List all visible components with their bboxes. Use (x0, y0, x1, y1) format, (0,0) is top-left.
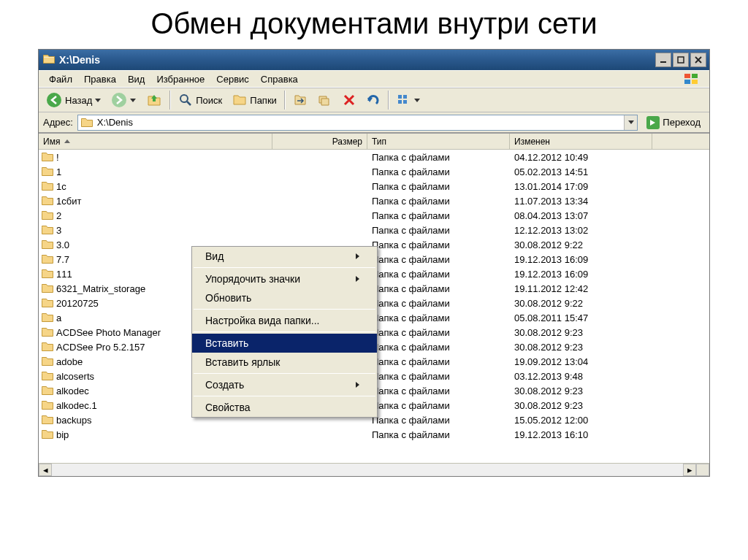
svg-rect-9 (398, 95, 402, 99)
back-button[interactable]: Назад (42, 90, 105, 110)
address-field[interactable] (77, 115, 638, 131)
file-name-label: alkodec (56, 386, 89, 396)
table-row[interactable]: 3Папка с файлами12.12.2013 13:02 (39, 223, 709, 237)
file-name-label: 1сбит (56, 196, 81, 207)
svg-rect-0 (660, 61, 666, 63)
file-date-cell: 30.08.2012 9:23 (510, 386, 652, 396)
file-type-cell: Папка с файлами (367, 196, 510, 207)
table-row[interactable]: 2Папка с файлами08.04.2013 13:07 (39, 208, 709, 223)
file-name-label: 111 (56, 269, 72, 280)
undo-button[interactable] (362, 90, 385, 110)
ctx-properties[interactable]: Свойства (192, 398, 377, 417)
views-button[interactable] (392, 90, 424, 110)
table-row[interactable]: bipПапка с файлами19.12.2013 16:10 (39, 427, 709, 442)
file-date-cell: 30.08.2012 9:22 (510, 298, 652, 309)
copy-to-icon (318, 93, 332, 107)
column-modified[interactable]: Изменен (510, 134, 652, 149)
maximize-button[interactable] (673, 53, 689, 67)
views-icon (397, 93, 411, 107)
back-icon (46, 92, 62, 108)
ctx-paste-shortcut[interactable]: Вставить ярлык (192, 353, 377, 372)
file-name-label: alcoserts (56, 371, 94, 382)
file-type-cell: Папка с файлами (367, 298, 510, 309)
back-label: Назад (65, 95, 92, 106)
file-name-label: 1c (56, 181, 66, 192)
file-date-cell: 08.04.2013 13:07 (510, 210, 652, 221)
menu-tools[interactable]: Сервис (210, 72, 255, 86)
file-type-cell: Папка с файлами (367, 415, 510, 426)
windows-flag-icon (679, 72, 705, 86)
column-type[interactable]: Тип (367, 134, 510, 149)
up-folder-icon (146, 92, 162, 108)
address-input[interactable] (96, 116, 622, 129)
scroll-left-button[interactable]: ◂ (39, 464, 52, 476)
folder-icon (81, 118, 93, 128)
file-type-cell: Папка с файлами (367, 210, 510, 221)
chevron-down-icon (414, 99, 420, 102)
file-name-label: ACDSee Pro 5.2.157 (56, 342, 145, 353)
scroll-right-button[interactable]: ▸ (683, 464, 696, 476)
svg-rect-5 (692, 80, 698, 84)
window-title: X:\Denis (59, 54, 655, 66)
file-date-cell: 19.12.2013 16:09 (510, 254, 652, 265)
svg-point-6 (47, 93, 61, 107)
menu-file[interactable]: Файл (43, 72, 78, 86)
file-date-cell: 05.02.2013 14:51 (510, 166, 652, 177)
column-size[interactable]: Размер (272, 134, 367, 149)
search-icon (178, 93, 193, 107)
table-row[interactable]: 1cПапка с файлами13.01.2014 17:09 (39, 179, 709, 193)
svg-rect-12 (403, 100, 407, 104)
svg-rect-1 (678, 57, 684, 63)
file-name-label: 6321_Matrix_storage (56, 283, 145, 294)
menu-help[interactable]: Справка (255, 72, 304, 86)
file-type-cell: Папка с файлами (367, 225, 510, 236)
file-name-label: 1 (56, 166, 61, 177)
copy-to-button[interactable] (313, 90, 337, 110)
svg-rect-3 (692, 74, 698, 78)
forward-icon (111, 92, 127, 108)
file-type-cell: Папка с файлами (367, 239, 510, 250)
ctx-customize-folder[interactable]: Настройка вида папки... (192, 311, 377, 330)
column-name[interactable]: Имя (39, 134, 272, 149)
go-button[interactable]: Переход (642, 114, 705, 131)
ctx-arrange-icons[interactable]: Упорядочить значки (192, 269, 377, 288)
delete-button[interactable] (338, 90, 360, 110)
ctx-paste[interactable]: Вставить (192, 334, 377, 353)
column-headers: Имя Размер Тип Изменен (39, 134, 709, 150)
menu-view[interactable]: Вид (122, 72, 151, 86)
file-date-cell: 30.08.2012 9:23 (510, 342, 652, 353)
menu-favorites[interactable]: Избранное (150, 72, 210, 86)
submenu-arrow-icon (356, 276, 359, 282)
table-row[interactable]: 1сбитПапка с файлами11.07.2013 13:34 (39, 193, 709, 208)
search-button[interactable]: Поиск (174, 90, 226, 110)
file-date-cell: 13.01.2014 17:09 (510, 181, 652, 192)
file-date-cell: 15.05.2012 12:00 (510, 415, 652, 426)
file-date-cell: 30.08.2012 9:23 (510, 327, 652, 338)
horizontal-scrollbar[interactable]: ◂ ▸ (39, 463, 709, 476)
titlebar: X:\Denis (39, 50, 709, 70)
file-name-label: ! (56, 152, 59, 163)
up-button[interactable] (142, 90, 167, 110)
address-dropdown[interactable] (624, 115, 637, 130)
folder-icon (43, 54, 55, 66)
table-row[interactable]: !Папка с файлами04.12.2012 10:49 (39, 150, 709, 164)
ctx-new[interactable]: Создать (192, 375, 377, 394)
ctx-refresh[interactable]: Обновить (192, 288, 377, 307)
minimize-button[interactable] (655, 53, 671, 67)
file-type-cell: Папка с файлами (367, 254, 510, 265)
ctx-view[interactable]: Вид (192, 247, 377, 266)
file-name-label: adobe (56, 356, 83, 367)
forward-button[interactable] (107, 90, 140, 110)
file-type-cell: Папка с файлами (367, 386, 510, 396)
menu-edit[interactable]: Правка (78, 72, 122, 86)
file-type-cell: Папка с файлами (367, 269, 510, 280)
move-to-button[interactable] (289, 90, 312, 110)
move-to-icon (293, 93, 308, 107)
file-date-cell: 30.08.2012 9:22 (510, 239, 652, 250)
address-label: Адрес: (43, 117, 73, 128)
folders-button[interactable]: Папки (228, 90, 281, 110)
table-row[interactable]: 1Папка с файлами05.02.2013 14:51 (39, 164, 709, 179)
file-date-cell: 12.12.2013 13:02 (510, 225, 652, 236)
close-button[interactable] (690, 53, 706, 67)
submenu-arrow-icon (356, 253, 359, 259)
